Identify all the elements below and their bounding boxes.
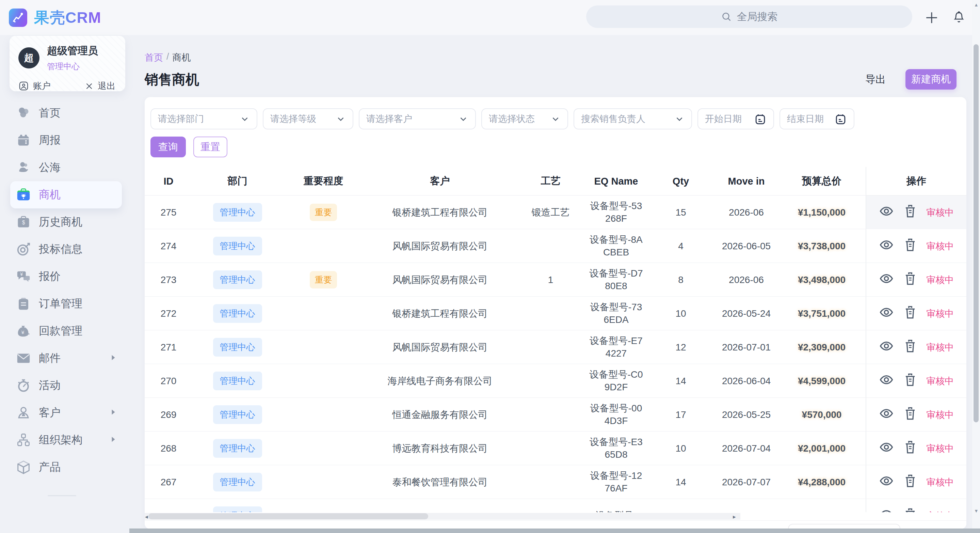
eye-icon [879, 406, 894, 423]
sidebar-item-6[interactable]: ¥报价 [10, 263, 122, 290]
view-button[interactable] [879, 475, 894, 490]
add-button[interactable] [923, 9, 940, 26]
user-name: 超级管理员 [47, 44, 98, 58]
cell-budget-price: ¥570,000 [778, 409, 865, 420]
department-badge: 管理中心 [213, 304, 262, 323]
status-link[interactable]: 审核中 [927, 476, 954, 488]
status-select[interactable]: 请选择状态 [481, 108, 568, 129]
sidebar-item-label: 活动 [39, 378, 60, 393]
view-button[interactable] [879, 306, 894, 321]
delete-button[interactable] [903, 407, 918, 422]
delete-button[interactable] [903, 441, 918, 456]
chevron-down-icon [458, 114, 468, 124]
sidebar-item-10[interactable]: 活动 [10, 372, 122, 399]
status-link[interactable]: 审核中 [927, 308, 954, 320]
create-opportunity-button[interactable]: 新建商机 [905, 69, 956, 89]
cell-id: 271 [145, 342, 192, 353]
notifications-button[interactable] [950, 9, 967, 26]
status-link[interactable]: 审核中 [927, 240, 954, 252]
query-button[interactable]: 查询 [150, 137, 186, 157]
sidebar-item-2[interactable]: 公海 [10, 154, 122, 181]
view-button[interactable] [879, 407, 894, 422]
cell-budget-price: ¥2,001,000 [778, 443, 865, 454]
status-link[interactable]: 审核中 [927, 375, 954, 387]
view-button[interactable] [879, 340, 894, 355]
trash-icon [903, 204, 917, 221]
vscroll-thumb[interactable] [974, 44, 978, 422]
sidebar-item-8[interactable]: ¥回款管理 [10, 318, 122, 345]
sidebar-item-label: 投标信息 [39, 242, 83, 257]
sidebar-item-13[interactable]: 产品 [10, 454, 122, 481]
cell-actions: 审核中 [865, 364, 966, 398]
cube-icon [16, 460, 31, 475]
sidebar-item-4[interactable]: $历史商机 [10, 208, 122, 236]
delete-button[interactable] [903, 509, 918, 512]
cell-id: 273 [145, 274, 192, 286]
status-link[interactable]: 审核中 [927, 341, 954, 354]
sidebar-item-3[interactable]: 商机 [10, 181, 122, 208]
scroll-up-arrow-icon[interactable]: ▲ [974, 2, 978, 8]
view-button[interactable] [879, 441, 894, 456]
cell-qty: 14 [647, 376, 715, 386]
sidebar-item-label: 周报 [39, 133, 60, 148]
cell-actions: 审核中 [865, 297, 966, 330]
cell-move-in: 2026-05-24 [715, 308, 778, 319]
scroll-left-arrow-icon[interactable]: ◂ [145, 513, 148, 520]
delete-button[interactable] [903, 306, 918, 321]
export-button[interactable]: 导出 [865, 73, 886, 86]
cell-customer: 银桥建筑工程有限公司 [364, 307, 516, 320]
status-link[interactable]: 审核中 [927, 206, 954, 219]
status-link[interactable]: 审核中 [927, 274, 954, 286]
view-button[interactable] [879, 273, 894, 287]
view-button[interactable] [879, 373, 894, 389]
person-wave-icon [16, 160, 31, 176]
logout-button[interactable]: 退出 [85, 80, 115, 92]
plus-icon [924, 11, 939, 25]
customer-select[interactable]: 请选择客户 [359, 108, 476, 129]
department-select[interactable]: 请选择部门 [150, 108, 257, 129]
delete-button[interactable] [903, 273, 918, 287]
scroll-down-arrow-icon[interactable]: ▼ [974, 508, 978, 514]
end-date-input[interactable]: 结束日期 [780, 108, 854, 129]
delete-button[interactable] [903, 205, 918, 220]
breadcrumb-home-link[interactable]: 首页 [145, 51, 163, 64]
account-button[interactable]: 账户 [18, 80, 51, 92]
top-bar: 果壳CRM 全局搜索 [0, 0, 972, 35]
svg-text:¥: ¥ [21, 329, 24, 335]
sidebar-item-5[interactable]: 投标信息 [10, 236, 122, 263]
status-link[interactable]: 审核中 [927, 510, 954, 512]
reset-button[interactable]: 重置 [193, 137, 228, 157]
sidebar-item-7[interactable]: 订单管理 [10, 290, 122, 318]
cell-actions: 审核中 [865, 499, 966, 512]
global-search-input[interactable]: 全局搜索 [586, 5, 912, 28]
delete-button[interactable] [903, 340, 918, 355]
delete-button[interactable] [903, 475, 918, 490]
sidebar-item-9[interactable]: 邮件 [10, 345, 122, 372]
status-link[interactable]: 审核中 [927, 442, 954, 455]
view-button[interactable] [879, 509, 894, 512]
sales-owner-select[interactable]: 搜索销售负责人 [574, 108, 692, 129]
scroll-right-arrow-icon[interactable]: ▸ [733, 513, 736, 520]
cell-eq-name: 设备型号-53268F [585, 200, 647, 225]
start-date-input[interactable]: 开始日期 [697, 108, 774, 129]
status-link[interactable]: 审核中 [927, 409, 954, 421]
trash-icon [903, 339, 917, 356]
view-button[interactable] [879, 239, 894, 254]
sidebar-item-11[interactable]: 客户 [10, 399, 122, 426]
table-row: 271管理中心风帆国际贸易有限公司设备型号-E74227122026-07-01… [145, 330, 966, 364]
delete-button[interactable] [903, 239, 918, 254]
sidebar-item-0[interactable]: 首页 [10, 99, 122, 127]
window-bottom-scrollbar[interactable] [129, 528, 980, 533]
cell-actions: 审核中 [865, 431, 966, 465]
cell-department: 管理中心 [192, 304, 283, 323]
sidebar-item-1[interactable]: 周报 [10, 127, 122, 154]
delete-button[interactable] [903, 373, 918, 389]
hscroll-thumb[interactable] [148, 513, 428, 519]
sidebar-item-label: 组织架构 [39, 432, 83, 447]
calendar-icon [834, 113, 847, 125]
view-button[interactable] [879, 205, 894, 220]
level-select[interactable]: 请选择等级 [263, 108, 353, 129]
sidebar-item-12[interactable]: 组织架构 [10, 426, 122, 454]
cell-move-in: 2026-06-04 [715, 376, 778, 386]
search-icon [721, 11, 732, 22]
